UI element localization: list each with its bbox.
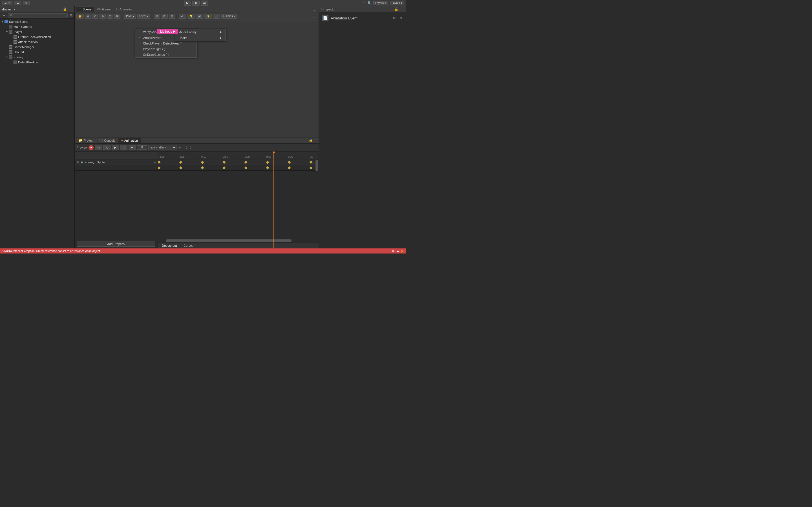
play-button[interactable]: ▶	[184, 1, 191, 6]
frame-input[interactable]	[137, 145, 147, 150]
keyframe-2-5[interactable]	[244, 166, 247, 169]
status-icon-3[interactable]: ⚡	[400, 249, 404, 253]
anim-prev-btn[interactable]: ◁	[103, 145, 110, 150]
timeline-scrollbar-thumb[interactable]	[315, 160, 318, 171]
status-icon-2[interactable]: ☁	[395, 249, 400, 253]
diamond-keyframe[interactable]: ◈	[177, 145, 182, 150]
keyframe-2-2[interactable]	[179, 166, 182, 169]
inspector-more-icon[interactable]: ⋮	[400, 7, 404, 11]
keyframe-prev[interactable]: ◁	[183, 145, 188, 150]
local-dropdown[interactable]: Local ▾	[137, 14, 150, 18]
tree-item-maincamera[interactable]: Main Camera	[0, 24, 74, 29]
keyframe-1-3[interactable]	[201, 161, 204, 164]
keyframe-1-7[interactable]	[288, 161, 291, 164]
curves-tab[interactable]: Curves	[181, 243, 196, 248]
timeline-hscrollbar-thumb[interactable]	[166, 239, 292, 242]
scale-tool[interactable]: ⊕	[100, 14, 106, 18]
keyframe-1-6[interactable]	[266, 161, 269, 164]
keyframe-2-3[interactable]	[201, 166, 204, 169]
transform-tool[interactable]: ⊞	[114, 14, 120, 18]
keyframe-2-7[interactable]	[288, 166, 291, 169]
tree-item-ground[interactable]: Ground	[0, 50, 74, 55]
settings-button[interactable]: ⚙	[23, 1, 30, 5]
keyframe-1-8[interactable]	[309, 161, 312, 164]
anim-play-btn[interactable]: ▶	[112, 145, 119, 150]
move-tool[interactable]: ✥	[85, 14, 91, 18]
menu-item-playerinsight[interactable]: PlayerInSight ( )	[135, 46, 197, 52]
tree-item-groundchecker[interactable]: GroundCheckerPosition	[0, 34, 74, 40]
scene-toolbar-menu[interactable]: ⋮	[312, 14, 317, 19]
timeline-hscrollbar[interactable]	[158, 239, 315, 242]
remove-track-btn[interactable]: −	[154, 161, 156, 164]
tree-item-gamemanager[interactable]: GameManager	[0, 45, 74, 50]
submenu-meleeeenemy[interactable]: MeleeEnemy ▶	[175, 29, 225, 35]
inspector-expand-icon[interactable]: ⊞	[392, 16, 396, 20]
keyframe-2-4[interactable]	[222, 166, 225, 169]
visibility-btn[interactable]: 👁	[161, 14, 168, 18]
keyframe-1-5[interactable]	[244, 161, 247, 164]
animator-tab-label: Animator	[119, 8, 132, 11]
clip-select[interactable]: anim_attack	[148, 145, 176, 150]
hand-tool[interactable]: ✋	[77, 14, 84, 18]
snap-btn[interactable]: ⊞	[154, 14, 160, 18]
lock-icon[interactable]: 🔒	[63, 7, 67, 11]
expand-icon[interactable]: ⊞	[69, 13, 73, 18]
add-property-button[interactable]: Add Property	[77, 241, 155, 247]
tree-item-player[interactable]: ▼ Player	[0, 29, 74, 34]
inspector-settings-icon[interactable]: ⚙	[399, 16, 403, 20]
hierarchy-search[interactable]	[8, 13, 68, 17]
keyframe-2-6[interactable]	[266, 166, 269, 169]
2d-toggle[interactable]: 2D	[179, 14, 186, 18]
layers-dropdown[interactable]: Layers ▾	[373, 1, 388, 5]
collapse-icon[interactable]: ▼	[77, 161, 80, 164]
menu-item-ondrawgizmos[interactable]: OnDrawGizmos ( )	[135, 52, 197, 57]
tab-animator[interactable]: ▷ Animator	[113, 7, 135, 11]
keyframe-1-4[interactable]	[222, 161, 225, 164]
add-button[interactable]: +	[1, 13, 7, 18]
anim-next-btn[interactable]: ▷	[120, 145, 128, 150]
pause-button[interactable]: ⏸	[192, 1, 200, 6]
gizmos-btn[interactable]: Gizmos ▾	[221, 14, 237, 18]
keyframe-1-1[interactable]	[158, 161, 161, 164]
tab-animation[interactable]: ● Animation	[118, 138, 141, 143]
menu-item-checkplayer[interactable]: CheckPlayerInDetectArea ( )	[135, 41, 197, 46]
timeline-label-15: 0:15	[223, 156, 228, 158]
dopesheet-tab[interactable]: Dopesheet	[160, 243, 179, 248]
tab-project[interactable]: 📁 Project	[76, 138, 96, 143]
fx-btn[interactable]: ✨	[204, 14, 212, 18]
tab-scene[interactable]: ⬡ Scene	[76, 7, 94, 11]
tree-item-attackposition[interactable]: AttackPosition	[0, 40, 74, 45]
keyframe-1-2[interactable]	[179, 161, 182, 164]
tree-item-detectposition[interactable]: DetectPosition	[0, 60, 74, 65]
tab-console[interactable]: ⬛ Console	[96, 138, 118, 143]
keyframe-2-1[interactable]	[158, 166, 161, 169]
layout-dropdown[interactable]: Layout ▾	[390, 1, 404, 5]
grid-btn[interactable]: ⊞	[169, 14, 175, 18]
tab-game[interactable]: 🎮 Game	[94, 7, 113, 11]
tree-item-samplescene[interactable]: ▼ SampleScene	[0, 19, 74, 24]
scene-cam-btn[interactable]: 🎥	[213, 14, 220, 18]
lighting-btn[interactable]: 💡	[188, 14, 195, 18]
keyframe-next[interactable]: ▷	[189, 145, 193, 150]
methods-button[interactable]: Methods ▶	[157, 29, 178, 34]
lock-icon[interactable]: 🔒	[308, 138, 313, 143]
audio-btn[interactable]: 🔊	[196, 14, 203, 18]
keyframe-2-8[interactable]	[309, 166, 312, 169]
status-icon-1[interactable]: ⚙	[391, 249, 395, 253]
step-button[interactable]: ⏭	[201, 1, 208, 6]
rotate-tool[interactable]: ↺	[92, 14, 98, 18]
pivot-dropdown[interactable]: Pivot ▾	[124, 14, 136, 18]
more-icon[interactable]: ⋮	[313, 138, 317, 143]
cloud-button[interactable]: ☁	[14, 1, 21, 5]
anim-first-btn[interactable]: ⏮	[95, 145, 102, 150]
tree-item-enemy[interactable]: ▼ Enemy	[0, 55, 74, 60]
submenu-health[interactable]: Health ▶	[175, 35, 225, 41]
timeline-scrollbar[interactable]	[315, 159, 319, 248]
anim-last-btn[interactable]: ⏭	[129, 145, 136, 150]
profile-dropdown[interactable]: GF ▾	[2, 1, 12, 5]
record-button[interactable]: ●	[89, 145, 94, 150]
rect-tool[interactable]: ⊡	[107, 14, 113, 18]
more-icon[interactable]: ⋮	[68, 7, 73, 11]
scene-tabs-menu[interactable]: ⋮	[312, 7, 317, 12]
inspector-lock-icon[interactable]: 🔒	[394, 7, 399, 11]
